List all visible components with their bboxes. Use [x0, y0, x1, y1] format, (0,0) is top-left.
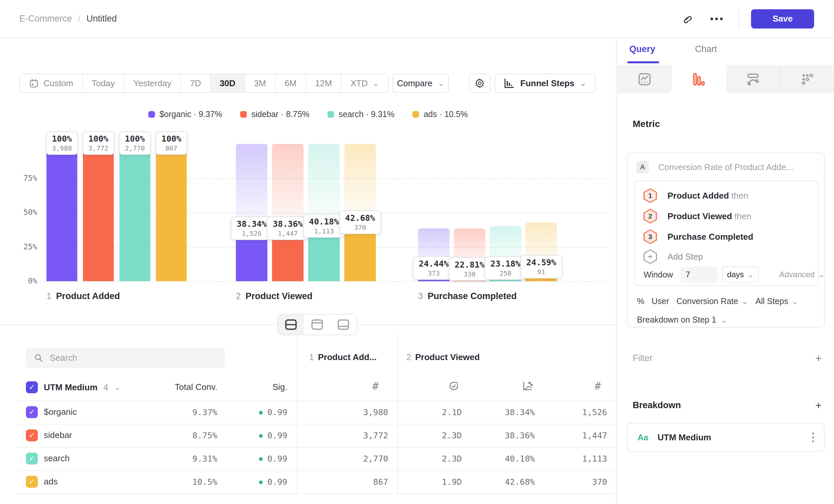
range-3m[interactable]: 3M — [245, 74, 276, 92]
conversion-column-icon[interactable] — [514, 379, 541, 393]
add-step-button[interactable]: + Add Step — [643, 249, 703, 264]
legend-item[interactable]: $organic · 9.37% — [148, 109, 222, 119]
step-number-hexagon: 2 — [643, 209, 657, 224]
save-button[interactable]: Save — [751, 9, 814, 28]
funnel-bar[interactable] — [83, 144, 114, 281]
table-bottom-border — [16, 494, 616, 494]
y-axis-tick: 0% — [12, 277, 37, 285]
legend-item[interactable]: sidebar · 8.75% — [240, 109, 309, 119]
chevron-down-icon: ⌄ — [438, 79, 444, 87]
active-tab-underline — [627, 61, 659, 63]
tab-chart[interactable]: Chart — [695, 44, 717, 54]
row-checkbox[interactable]: ✓ — [26, 406, 38, 418]
count-column-icon[interactable]: # — [362, 379, 389, 393]
step-index: 2 — [407, 352, 411, 362]
steps-scope-dropdown[interactable]: All Steps ⌄ — [755, 296, 798, 306]
funnel-bar[interactable] — [156, 144, 187, 281]
split-view-icon — [285, 319, 297, 330]
bar-count-label: 3,980 — [52, 144, 72, 152]
breakdown-column-label[interactable]: UTM Medium — [44, 382, 97, 393]
range-yesterday[interactable]: Yesterday — [125, 74, 181, 92]
flows-chart-tab[interactable] — [726, 65, 781, 93]
query-step-row[interactable]: 2Product Viewed then — [643, 209, 751, 224]
bar-count-label: 330 — [455, 270, 484, 278]
row-checkbox[interactable]: ✓ — [26, 476, 38, 488]
row-checkbox[interactable]: ✓ — [26, 429, 38, 441]
more-menu-icon[interactable]: ••• — [708, 9, 726, 28]
select-all-checkbox[interactable]: ✓ — [26, 381, 38, 393]
row-significance: 0.99 — [259, 431, 287, 440]
bar-value-tooltip: 100%3,772 — [82, 131, 114, 155]
bar-value-tooltip: 40.18%1,113 — [303, 214, 345, 238]
search-input[interactable] — [50, 353, 209, 363]
add-breakdown-button[interactable]: + — [815, 399, 822, 411]
row-step2-count: 1,447 — [582, 431, 607, 440]
funnel-ghost-bar[interactable] — [308, 144, 340, 226]
funnel-bar[interactable] — [119, 144, 150, 281]
significance-dot — [259, 411, 263, 414]
funnel-bar[interactable] — [46, 144, 77, 281]
step-then-label: then — [731, 191, 748, 201]
insights-chart-tab[interactable] — [617, 65, 672, 93]
window-value-input[interactable] — [680, 267, 718, 282]
y-axis-tick: 50% — [12, 208, 37, 216]
query-step-row[interactable]: 3Purchase Completed — [643, 229, 753, 244]
retention-chart-tab[interactable] — [780, 65, 834, 93]
table-row: ✓search9.31%0.992,7702.3D40.18%1,113 — [0, 447, 616, 470]
funnel-ghost-bar[interactable] — [236, 144, 267, 228]
total-conv-column-header[interactable]: Total Conv. — [175, 382, 217, 392]
breakdown-property-card[interactable]: Aa UTM Medium — [627, 423, 825, 452]
breakdown-options-kebab-icon[interactable] — [812, 432, 814, 442]
layout-split-button[interactable] — [278, 315, 304, 335]
range-xtd[interactable]: XTD⌄ — [342, 74, 388, 92]
calendar-icon — [29, 78, 39, 88]
legend-item[interactable]: ads · 10.5% — [412, 109, 468, 119]
range-custom[interactable]: Custom — [20, 74, 83, 92]
range-today[interactable]: Today — [83, 74, 125, 92]
query-step-row[interactable]: 1Product Added then — [643, 188, 748, 203]
row-step2-time: 2.1D — [442, 408, 462, 417]
table-step2-header: 2 Product Viewed — [407, 352, 480, 362]
advanced-dropdown[interactable]: Advanced ⌄ — [779, 270, 825, 279]
row-step2-conv: 38.36% — [505, 431, 535, 440]
conversion-window-row: Window days ⌄ Advanced ⌄ — [643, 267, 825, 282]
funnel-ghost-bar[interactable] — [272, 144, 304, 228]
chart-type-button[interactable]: Funnel Steps ⌄ — [495, 74, 595, 93]
tab-query[interactable]: Query — [629, 44, 655, 54]
breadcrumb-report-title[interactable]: Untitled — [87, 14, 117, 24]
add-filter-button[interactable]: + — [815, 352, 822, 364]
layout-chart-only-button[interactable] — [304, 315, 330, 335]
range-7d[interactable]: 7D — [181, 74, 211, 92]
range-6m[interactable]: 6M — [276, 74, 306, 92]
compare-button[interactable]: Compare ⌄ — [392, 74, 449, 93]
range-30d[interactable]: 30D — [211, 74, 245, 92]
breadcrumb-board[interactable]: E-Commerce — [19, 14, 72, 24]
funnel-step-label: 2Product Viewed — [236, 291, 312, 301]
avg-time-column-icon[interactable] — [441, 379, 467, 393]
funnel-chart-icon — [504, 77, 515, 89]
metric-summary-row[interactable]: A Conversion Rate of Product Adde... — [636, 161, 793, 174]
chevron-down-icon[interactable]: ⌄ — [114, 383, 121, 391]
breakdown-step-dropdown[interactable]: Breakdown on Step 1 ⌄ — [637, 315, 727, 325]
row-total-conv: 9.37% — [192, 408, 217, 417]
chart-settings-button[interactable] — [469, 74, 491, 93]
row-checkbox[interactable]: ✓ — [26, 453, 38, 464]
window-unit-dropdown[interactable]: days ⌄ — [722, 267, 759, 282]
row-step1-count: 2,770 — [363, 454, 388, 463]
row-name: $organic — [44, 407, 77, 417]
share-link-icon[interactable] — [677, 9, 696, 28]
gear-icon — [475, 78, 485, 89]
legend-item[interactable]: search · 9.31% — [327, 109, 394, 119]
layout-table-only-button[interactable] — [330, 315, 357, 335]
chevron-down-icon: ⌄ — [580, 79, 587, 87]
range-12m[interactable]: 12M — [306, 74, 342, 92]
clock-check-icon — [448, 380, 459, 392]
bar-value-tooltip: 38.34%1,526 — [231, 216, 272, 240]
counting-method-label[interactable]: User — [652, 296, 669, 306]
measurement-dropdown[interactable]: Conversion Rate ⌄ — [676, 296, 748, 306]
funnels-chart-tab[interactable] — [672, 65, 726, 93]
app-window: E-Commerce / Untitled ••• Save CustomTod… — [0, 0, 834, 504]
count-column-icon[interactable]: # — [585, 379, 611, 393]
breadcrumb: E-Commerce / Untitled — [19, 0, 117, 38]
sig-column-header[interactable]: Sig. — [272, 382, 287, 392]
